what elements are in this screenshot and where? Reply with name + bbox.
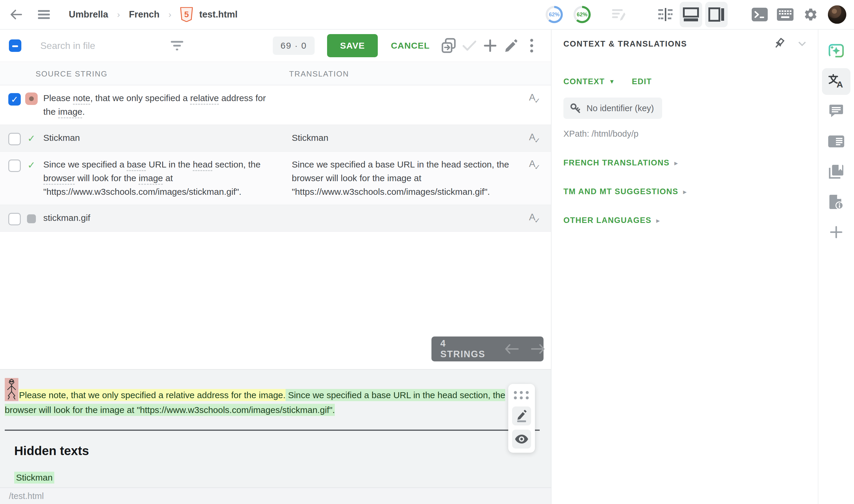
filter-icon	[170, 40, 184, 52]
settings-button[interactable]	[799, 2, 822, 27]
previous-string-button[interactable]	[505, 344, 519, 354]
progress-rings: 62%62%	[546, 6, 593, 23]
approve-button[interactable]	[459, 35, 480, 56]
string-row[interactable]: stickman.gifA✓	[0, 205, 551, 232]
pencil-icon	[504, 39, 518, 53]
save-button[interactable]: SAVE	[327, 34, 378, 57]
translate-rail-button[interactable]: A	[822, 68, 851, 95]
translation-column-header: TRANSLATION	[289, 69, 349, 78]
table-header: SOURCE STRING TRANSLATION	[0, 63, 551, 85]
filter-button[interactable]	[170, 37, 184, 55]
strings-list: Please note, that we only specified a re…	[0, 85, 551, 232]
string-counter: 69 · 0	[273, 36, 315, 55]
side-by-side-view-button[interactable]	[654, 2, 677, 27]
info-card-rail-button[interactable]	[822, 129, 851, 155]
source-string-text: Since we specified a base URL in the hea…	[43, 158, 281, 199]
translation-text: Since we specified a base URL in the hea…	[292, 158, 517, 199]
file-info-rail-button[interactable]	[822, 189, 851, 216]
edit-context-button[interactable]: EDIT	[632, 77, 652, 86]
edit-lines-button[interactable]	[608, 2, 630, 27]
copy-source-button[interactable]	[438, 35, 459, 56]
glossary-rail-button[interactable]	[822, 159, 851, 185]
cancel-button[interactable]: CANCEL	[391, 41, 430, 51]
highlighted-sentence-yellow[interactable]: Please note, that we only specified a re…	[19, 389, 286, 401]
back-button[interactable]	[5, 4, 27, 25]
next-string-button[interactable]	[531, 344, 545, 354]
file-info-icon	[829, 194, 843, 211]
identifier-value: No identifier (key)	[587, 104, 654, 113]
progress-ring-value: 62%	[548, 8, 561, 21]
spellcheck-icon[interactable]: A✓	[529, 158, 542, 172]
string-row-checkbox[interactable]	[8, 160, 21, 172]
status-bar: /test.html	[0, 487, 551, 504]
select-all-checkbox[interactable]	[9, 39, 21, 52]
hidden-texts-heading: Hidden texts	[14, 444, 546, 458]
add-panel-rail-button[interactable]	[822, 219, 851, 246]
comments-icon	[829, 104, 843, 120]
highlighted-sentence-green-part1[interactable]: Since we specified a base URL in the hea…	[286, 389, 505, 401]
string-row-checkbox[interactable]	[8, 93, 21, 106]
comments-rail-button[interactable]	[822, 98, 851, 125]
preview-paragraph-line2: browser will look for the image at "http…	[5, 403, 546, 416]
more-actions-button[interactable]	[521, 35, 542, 56]
strings-toolbar: 69 · 0 SAVE CANCEL	[0, 30, 551, 62]
glossary-term[interactable]: head	[193, 160, 213, 169]
panel-section-french-translations[interactable]: FRENCH TRANSLATIONS▸	[564, 158, 806, 167]
collapse-panel-button[interactable]	[798, 41, 806, 46]
pin-panel-button[interactable]	[774, 38, 785, 50]
translate-icon: A	[828, 73, 844, 90]
console-button[interactable]	[748, 2, 771, 27]
highlighted-sentence-green-part2[interactable]: browser will look for the image at "http…	[5, 404, 335, 416]
string-row[interactable]: ✓StickmanStickmanA✓	[0, 125, 551, 152]
glossary-term[interactable]: browser	[43, 173, 75, 183]
strings-count-label: 4 STRINGS	[440, 338, 485, 360]
main-menu-button[interactable]	[33, 4, 55, 25]
identifier-pill: No identifier (key)	[564, 97, 662, 119]
hidden-text-item[interactable]: Stickman	[14, 472, 54, 484]
chevron-down-icon	[798, 41, 806, 46]
user-avatar[interactable]	[828, 5, 846, 24]
preview-edit-button[interactable]	[512, 407, 531, 426]
shortcuts-button[interactable]	[774, 2, 797, 27]
bottom-panel-view-icon	[683, 7, 699, 22]
bottom-panel-view-button[interactable]	[680, 2, 702, 27]
chevron-down-icon: ▼	[609, 78, 615, 85]
edit-string-button[interactable]	[500, 35, 521, 56]
right-tools-rail: A	[818, 30, 854, 504]
breadcrumb-item[interactable]: Umbrella	[69, 9, 108, 20]
strings-workspace: 69 · 0 SAVE CANCEL	[0, 30, 551, 504]
ai-suggest-rail-button[interactable]	[822, 38, 851, 65]
header-actions: 62%62%	[546, 2, 854, 27]
progress-ring[interactable]: 62%	[546, 6, 563, 23]
panel-section-other-languages[interactable]: OTHER LANGUAGES▸	[564, 216, 806, 225]
context-dropdown[interactable]: CONTEXT ▼	[564, 77, 615, 86]
string-row-checkbox[interactable]	[8, 213, 21, 225]
panel-section-tm-and-mt-suggestions[interactable]: TM AND MT SUGGESTIONS▸	[564, 187, 806, 196]
spellcheck-icon[interactable]: A✓	[529, 132, 542, 145]
preview-visibility-button[interactable]	[512, 430, 531, 449]
gear-icon	[803, 7, 818, 22]
glossary-term[interactable]: image	[58, 107, 83, 116]
back-arrow-icon	[10, 10, 22, 20]
strings-count-badge: 4 STRINGS	[431, 337, 544, 361]
panel-section-label: TM AND MT SUGGESTIONS	[564, 187, 678, 196]
right-panel-view-button[interactable]	[705, 2, 728, 27]
breadcrumb-item[interactable]: French	[129, 9, 160, 20]
info-card-icon	[828, 136, 844, 148]
add-string-button[interactable]	[480, 35, 500, 56]
drag-handle[interactable]	[514, 388, 529, 402]
check-icon	[463, 40, 476, 51]
progress-ring[interactable]: 62%	[573, 6, 591, 23]
panel-section-label: FRENCH TRANSLATIONS	[564, 158, 670, 167]
spellcheck-icon[interactable]: A✓	[529, 212, 542, 225]
string-row[interactable]: ✓Since we specified a base URL in the he…	[0, 152, 551, 205]
glossary-term[interactable]: note	[73, 93, 90, 103]
breadcrumb-item[interactable]: test.html	[199, 9, 237, 20]
glossary-term[interactable]: base	[127, 160, 146, 169]
search-input[interactable]	[40, 40, 165, 51]
string-row-checkbox[interactable]	[8, 133, 21, 145]
glossary-term[interactable]: image	[139, 173, 163, 183]
string-row[interactable]: Please note, that we only specified a re…	[0, 85, 551, 125]
glossary-term[interactable]: relative	[190, 93, 219, 103]
spellcheck-icon[interactable]: A✓	[529, 92, 542, 106]
